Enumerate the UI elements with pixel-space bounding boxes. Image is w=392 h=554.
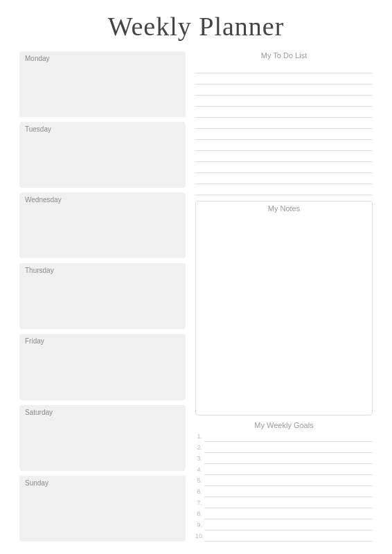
todo-line-12[interactable] bbox=[195, 184, 373, 195]
goal-line-10[interactable]: 10. bbox=[195, 530, 373, 542]
day-label-wednesday: Wednesday bbox=[25, 196, 180, 204]
goal-line-1[interactable]: 1. bbox=[195, 431, 373, 442]
day-box-saturday[interactable]: Saturday bbox=[19, 405, 186, 471]
goal-num-9: 9. bbox=[195, 519, 202, 530]
goal-num-2: 2. bbox=[195, 442, 202, 453]
goal-num-10: 10. bbox=[195, 530, 202, 542]
todo-line-5[interactable] bbox=[195, 107, 373, 118]
todo-line-4[interactable] bbox=[195, 96, 373, 107]
todo-line-6[interactable] bbox=[195, 118, 373, 129]
day-label-thursday: Thursday bbox=[25, 267, 180, 274]
day-label-sunday: Sunday bbox=[25, 479, 180, 487]
page-title: Weekly Planner bbox=[19, 12, 373, 42]
day-box-friday[interactable]: Friday bbox=[19, 334, 186, 400]
notes-section[interactable]: My Notes bbox=[195, 201, 373, 416]
day-label-saturday: Saturday bbox=[25, 409, 180, 416]
day-label-friday: Friday bbox=[25, 337, 180, 345]
todo-line-1[interactable] bbox=[195, 62, 373, 73]
todo-title: My To Do List bbox=[195, 51, 373, 60]
goal-line-8[interactable]: 8. bbox=[195, 508, 373, 519]
days-column: Monday Tuesday Wednesday Thursday Friday… bbox=[19, 51, 186, 542]
day-label-tuesday: Tuesday bbox=[25, 125, 180, 133]
day-box-thursday[interactable]: Thursday bbox=[19, 263, 186, 329]
goal-num-7: 7. bbox=[195, 497, 202, 508]
todo-line-8[interactable] bbox=[195, 140, 373, 151]
goal-num-8: 8. bbox=[195, 508, 202, 519]
day-box-sunday[interactable]: Sunday bbox=[19, 476, 186, 542]
todo-section: My To Do List bbox=[195, 51, 373, 195]
goals-title: My Weekly Goals bbox=[195, 421, 373, 429]
day-label-monday: Monday bbox=[25, 55, 180, 62]
goal-line-7[interactable]: 7. bbox=[195, 497, 373, 508]
todo-lines bbox=[195, 62, 373, 195]
goal-line-2[interactable]: 2. bbox=[195, 442, 373, 453]
goals-section: My Weekly Goals 1. 2. 3. 4. bbox=[195, 421, 373, 542]
todo-line-7[interactable] bbox=[195, 129, 373, 140]
weekly-planner-page: Weekly Planner Monday Tuesday Wednesday … bbox=[0, 0, 392, 554]
right-column: My To Do List My Not bbox=[195, 51, 373, 542]
notes-title: My Notes bbox=[200, 204, 368, 213]
goal-num-1: 1. bbox=[195, 431, 202, 442]
goal-line-6[interactable]: 6. bbox=[195, 486, 373, 497]
goal-num-4: 4. bbox=[195, 464, 202, 475]
goal-num-3: 3. bbox=[195, 453, 202, 464]
goal-line-4[interactable]: 4. bbox=[195, 464, 373, 475]
day-box-monday[interactable]: Monday bbox=[19, 51, 186, 117]
todo-line-2[interactable] bbox=[195, 73, 373, 84]
day-box-wednesday[interactable]: Wednesday bbox=[19, 193, 186, 258]
goal-line-9[interactable]: 9. bbox=[195, 519, 373, 530]
main-layout: Monday Tuesday Wednesday Thursday Friday… bbox=[19, 51, 373, 542]
goal-line-5[interactable]: 5. bbox=[195, 475, 373, 486]
todo-line-9[interactable] bbox=[195, 151, 373, 162]
goal-num-6: 6. bbox=[195, 486, 202, 497]
goal-line-3[interactable]: 3. bbox=[195, 453, 373, 464]
todo-line-3[interactable] bbox=[195, 84, 373, 96]
day-box-tuesday[interactable]: Tuesday bbox=[19, 122, 186, 188]
todo-line-10[interactable] bbox=[195, 162, 373, 173]
todo-line-11[interactable] bbox=[195, 173, 373, 184]
goal-num-5: 5. bbox=[195, 475, 202, 486]
